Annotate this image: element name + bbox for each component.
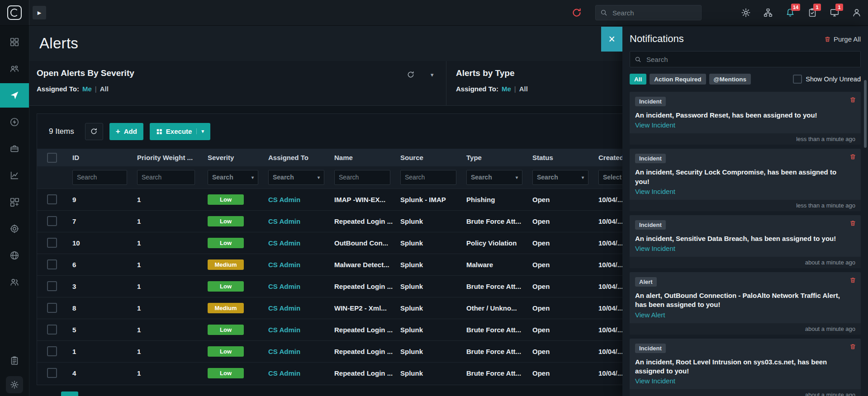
notification-view-link[interactable]: View Incident <box>635 377 675 385</box>
row-checkbox[interactable] <box>47 281 57 291</box>
filter-chip-all[interactable]: All <box>630 74 646 85</box>
column-header-source[interactable]: Source <box>395 149 461 166</box>
notification-card[interactable]: Incident An incident, Security Lock Comp… <box>630 149 861 211</box>
filter-status-select[interactable]: Search▾ <box>532 170 588 185</box>
settings-gear-icon[interactable] <box>741 8 751 18</box>
widget-menu-caret-icon[interactable]: ▾ <box>431 71 434 78</box>
notification-kind-badge: Alert <box>635 277 657 287</box>
notifications-scrollbar[interactable] <box>864 80 867 148</box>
items-count: 9 Items <box>49 127 74 136</box>
row-checkbox[interactable] <box>47 238 57 248</box>
column-header-name[interactable]: Name <box>329 149 395 166</box>
column-header-id[interactable]: ID <box>67 149 132 166</box>
delete-notification-icon[interactable] <box>849 277 856 283</box>
add-button-label: Add <box>124 127 137 135</box>
assigned-all-link[interactable]: All <box>100 85 109 93</box>
show-only-unread-checkbox[interactable] <box>793 75 802 84</box>
sync-status-icon[interactable] <box>571 7 582 18</box>
row-checkbox[interactable] <box>47 368 57 378</box>
sidebar-item-cases[interactable] <box>0 137 29 161</box>
sidebar-item-widgets[interactable] <box>0 190 29 214</box>
row-checkbox[interactable] <box>47 325 57 335</box>
dashboard-grid-icon <box>9 37 19 47</box>
assigned-to-link[interactable]: CS Admin <box>268 304 300 312</box>
notifications-bell-icon[interactable]: 14 <box>785 8 795 18</box>
row-checkbox[interactable] <box>47 216 57 226</box>
user-profile-icon[interactable] <box>852 8 862 18</box>
column-header-priority-weight[interactable]: Priority Weight ... <box>132 149 202 166</box>
cell-id: 4 <box>67 362 132 384</box>
notifications-search-input[interactable] <box>645 55 856 64</box>
system-monitor-icon[interactable]: 1 <box>830 8 840 18</box>
playbook-toggle-button[interactable]: ▶ <box>33 6 46 19</box>
row-checkbox[interactable] <box>47 346 57 356</box>
sidebar-item-task-queue[interactable] <box>0 352 29 370</box>
notification-view-link[interactable]: View Alert <box>635 311 665 319</box>
column-header-severity[interactable]: Severity <box>202 149 263 166</box>
filter-priority-input[interactable] <box>137 170 195 185</box>
row-checkbox[interactable] <box>47 194 57 204</box>
notification-card[interactable]: Incident An incident, Password Reset, ha… <box>630 92 861 145</box>
notification-card[interactable]: Incident An incident, Sensitive Data Bre… <box>630 215 861 268</box>
delete-notification-icon[interactable] <box>849 220 856 226</box>
notifications-close-button[interactable]: × <box>601 27 622 52</box>
sidebar-item-reports[interactable] <box>0 163 29 188</box>
add-button[interactable]: + Add <box>109 123 143 140</box>
column-header-status[interactable]: Status <box>527 149 593 166</box>
notification-card[interactable]: Alert An alert, OutBound Connection - Pa… <box>630 272 861 335</box>
widget-refresh-icon[interactable] <box>407 71 415 79</box>
app-logo[interactable] <box>0 0 29 25</box>
sidebar-item-hunts[interactable] <box>0 217 29 241</box>
assigned-to-link[interactable]: CS Admin <box>268 283 300 290</box>
select-all-checkbox[interactable] <box>47 153 57 163</box>
sidebar-item-threat-intel[interactable] <box>0 243 29 268</box>
assigned-to-link[interactable]: CS Admin <box>268 348 300 355</box>
filter-source-input[interactable] <box>400 170 456 185</box>
panel-title: Open Alerts By Severity <box>37 68 446 78</box>
sidebar-item-settings[interactable] <box>6 376 23 393</box>
sidebar-item-teams[interactable] <box>0 57 29 81</box>
filter-assigned-select[interactable]: Search▾ <box>268 170 324 185</box>
assigned-me-link[interactable]: Me <box>82 85 92 93</box>
assigned-to-link[interactable]: CS Admin <box>268 239 300 247</box>
sidebar-item-automation[interactable] <box>0 110 29 134</box>
global-search-input[interactable] <box>612 9 703 17</box>
assigned-all-link[interactable]: All <box>519 85 528 93</box>
chevron-down-icon: ▾ <box>582 175 584 180</box>
assigned-to-link[interactable]: CS Admin <box>268 326 300 334</box>
assigned-to-link[interactable]: CS Admin <box>268 369 300 377</box>
filter-name-input[interactable] <box>334 170 390 185</box>
notifications-badge: 14 <box>791 4 800 11</box>
filter-chip-mentions[interactable]: @Mentions <box>709 74 751 85</box>
notification-view-link[interactable]: View Incident <box>635 121 675 129</box>
sitemap-icon[interactable] <box>763 8 773 18</box>
execute-button[interactable]: Execute ▾ <box>150 123 210 140</box>
sidebar-item-alerts[interactable] <box>0 83 29 108</box>
filter-type-select[interactable]: Search▾ <box>466 170 522 185</box>
pending-tasks-icon[interactable]: 1 <box>807 8 817 18</box>
column-header-type[interactable]: Type <box>461 149 527 166</box>
assigned-to-link[interactable]: CS Admin <box>268 217 300 225</box>
notification-card[interactable]: Incident An incident, Root Level Intrusi… <box>630 339 861 396</box>
sidebar-item-dashboards[interactable] <box>0 30 29 54</box>
column-header-assigned-to[interactable]: Assigned To <box>263 149 329 166</box>
severity-badge: Medium <box>208 303 244 313</box>
filter-severity-select[interactable]: Search▾ <box>208 170 258 185</box>
notification-view-link[interactable]: View Incident <box>635 245 675 252</box>
assigned-me-link[interactable]: Me <box>502 85 511 93</box>
notification-view-link[interactable]: View Incident <box>635 188 675 195</box>
assigned-to-link[interactable]: CS Admin <box>268 261 300 269</box>
cell-id: 10 <box>67 232 132 254</box>
pagination-control-partial[interactable] <box>61 391 78 396</box>
purge-all-button[interactable]: Purge All <box>824 35 861 43</box>
assigned-to-link[interactable]: CS Admin <box>268 196 300 203</box>
delete-notification-icon[interactable] <box>849 96 856 103</box>
row-checkbox[interactable] <box>47 303 57 313</box>
table-refresh-button[interactable] <box>85 123 103 140</box>
row-checkbox[interactable] <box>47 259 57 269</box>
sidebar-item-people[interactable] <box>0 270 29 294</box>
filter-chip-action-required[interactable]: Action Required <box>650 74 706 85</box>
filter-id-input[interactable] <box>72 170 127 185</box>
delete-notification-icon[interactable] <box>849 153 856 160</box>
delete-notification-icon[interactable] <box>849 343 856 350</box>
